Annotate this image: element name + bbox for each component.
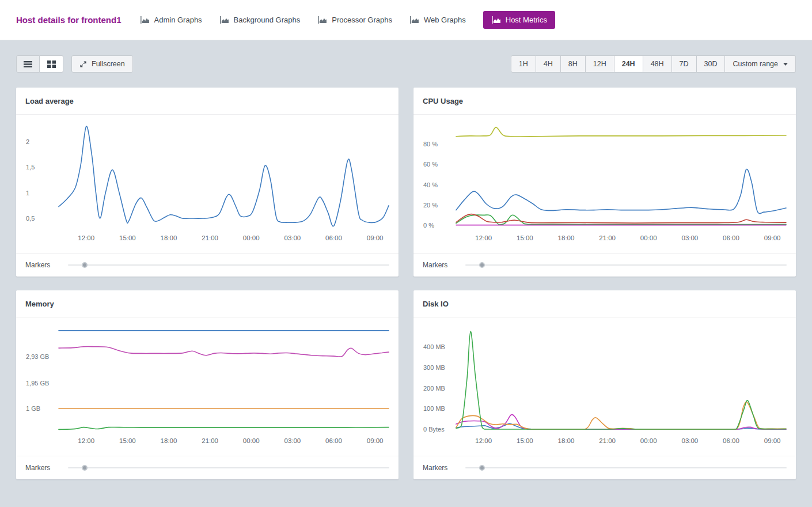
svg-text:03:00: 03:00 [284,437,301,444]
time-range-group: 1H 4H 8H 12H 24H 48H 7D 30D Custom range [511,55,796,73]
series-disk-green [456,331,786,429]
grid-view-button[interactable] [40,55,63,73]
markers-slider-thumb[interactable] [479,262,485,268]
range-button-1h[interactable]: 1H [511,55,536,73]
area-chart-icon [219,16,229,24]
fullscreen-label: Fullscreen [92,60,125,68]
svg-text:100 MB: 100 MB [423,405,445,412]
markers-row: Markers [16,253,399,277]
svg-text:12:00: 12:00 [475,234,492,241]
series-disk-magenta [456,414,786,429]
svg-text:00:00: 00:00 [640,234,657,241]
svg-text:21:00: 21:00 [599,234,616,241]
svg-text:18:00: 18:00 [558,437,575,444]
markers-slider[interactable] [68,264,389,266]
svg-text:18:00: 18:00 [161,437,177,444]
svg-text:15:00: 15:00 [119,437,136,444]
tab-admin-graphs[interactable]: Admin Graphs [140,11,202,29]
panel-memory: Memory 2,93 GB1,95 GB1 GB12:0015:0018:00… [16,290,399,479]
markers-label: Markers [25,464,58,472]
range-button-12h[interactable]: 12H [586,55,614,73]
svg-text:21:00: 21:00 [599,437,616,444]
panel-title: Disk IO [413,290,796,317]
fullscreen-button[interactable]: Fullscreen [71,55,133,73]
svg-text:80 %: 80 % [423,141,438,147]
svg-text:03:00: 03:00 [681,234,698,241]
markers-label: Markers [25,261,58,269]
tab-label: Web Graphs [424,16,466,24]
panel-disk-io: Disk IO 400 MB300 MB200 MB100 MB0 Bytes1… [413,290,796,479]
svg-text:60 %: 60 % [423,161,438,168]
range-button-8h[interactable]: 8H [561,55,586,73]
svg-text:15:00: 15:00 [517,437,533,444]
custom-range-button[interactable]: Custom range [725,55,796,73]
chart-disk-io[interactable]: 400 MB300 MB200 MB100 MB0 Bytes12:0015:0… [413,317,796,456]
panel-cpu-usage: CPU Usage 80 %60 %40 %20 %0 %12:0015:001… [413,88,796,277]
range-button-24h[interactable]: 24H [614,55,643,73]
svg-text:09:00: 09:00 [367,437,384,444]
series-memory-cached [59,427,389,429]
panel-load-average: Load average 21,510,512:0015:0018:0021:0… [16,88,399,277]
svg-text:06:00: 06:00 [325,437,342,444]
panel-title: Load average [16,88,399,115]
svg-text:00:00: 00:00 [640,437,657,444]
tab-web-graphs[interactable]: Web Graphs [409,11,466,29]
markers-slider-thumb[interactable] [82,465,88,471]
svg-text:18:00: 18:00 [161,234,177,241]
markers-row: Markers [16,456,399,479]
svg-text:0 %: 0 % [423,222,434,229]
tab-label: Processor Graphs [332,16,392,24]
svg-text:15:00: 15:00 [119,234,136,241]
tab-label: Background Graphs [234,16,301,24]
markers-slider[interactable] [465,467,787,468]
area-chart-icon [491,16,501,24]
svg-text:06:00: 06:00 [723,437,739,444]
toolbar: Fullscreen 1H 4H 8H 12H 24H 48H 7D 30D C… [16,55,796,73]
graph-tabs: Admin Graphs Background Graphs Processor… [140,11,555,29]
svg-text:300 MB: 300 MB [423,364,445,371]
range-button-7d[interactable]: 7D [672,55,697,73]
series-load-average [59,126,389,226]
chart-load-average[interactable]: 21,510,512:0015:0018:0021:0000:0003:0006… [16,115,399,253]
markers-slider-thumb[interactable] [82,262,88,268]
svg-text:1 GB: 1 GB [26,405,40,412]
markers-slider[interactable] [68,467,389,468]
list-view-button[interactable] [16,55,40,73]
chart-cpu-usage[interactable]: 80 %60 %40 %20 %0 %12:0015:0018:0021:000… [413,115,796,253]
svg-text:12:00: 12:00 [78,234,94,241]
svg-text:20 %: 20 % [423,202,438,209]
custom-range-label: Custom range [733,60,778,68]
series-memory-used [59,347,389,357]
svg-text:09:00: 09:00 [764,437,781,444]
app-header: Host details for frontend1 Admin Graphs … [0,0,812,40]
tab-host-metrics[interactable]: Host Metrics [483,11,555,29]
chart-memory[interactable]: 2,93 GB1,95 GB1 GB12:0015:0018:0021:0000… [16,317,399,456]
svg-text:12:00: 12:00 [78,437,94,444]
series-cpu-user [456,169,786,214]
range-button-4h[interactable]: 4H [536,55,561,73]
svg-text:06:00: 06:00 [325,234,342,241]
markers-slider[interactable] [465,264,787,266]
markers-label: Markers [423,261,455,269]
svg-text:03:00: 03:00 [681,437,698,444]
range-button-48h[interactable]: 48H [643,55,672,73]
svg-text:1,95 GB: 1,95 GB [26,380,49,387]
svg-text:40 %: 40 % [423,181,438,188]
markers-slider-thumb[interactable] [479,465,485,471]
tab-background-graphs[interactable]: Background Graphs [219,11,301,29]
list-view-icon [24,60,32,68]
area-chart-icon [409,16,419,24]
svg-text:00:00: 00:00 [243,437,260,444]
svg-text:21:00: 21:00 [202,234,218,241]
markers-label: Markers [423,464,455,472]
tab-processor-graphs[interactable]: Processor Graphs [317,11,392,29]
svg-text:200 MB: 200 MB [423,385,445,392]
area-chart-icon [317,16,327,24]
range-button-30d[interactable]: 30D [697,55,726,73]
svg-text:0 Bytes: 0 Bytes [423,426,445,433]
svg-text:09:00: 09:00 [764,234,781,241]
grid-view-icon [47,60,56,68]
page-title: Host details for frontend1 [16,15,122,25]
panel-title: Memory [16,290,399,317]
markers-row: Markers [413,253,796,277]
